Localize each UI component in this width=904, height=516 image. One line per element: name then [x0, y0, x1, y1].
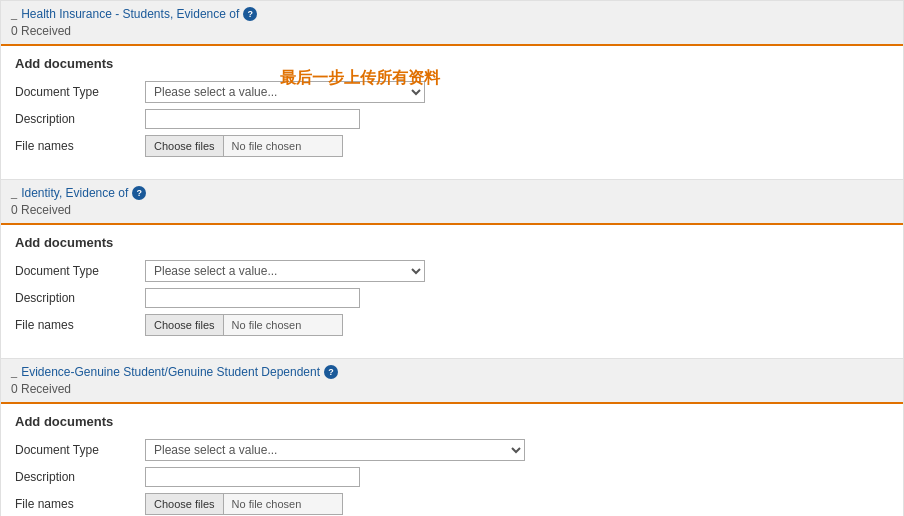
description-row-health-insurance: Description: [15, 109, 889, 129]
file-names-label-identity: File names: [15, 318, 145, 332]
section-header-evidence-genuine: _ Evidence-Genuine Student/Genuine Stude…: [1, 359, 903, 404]
choose-files-btn-evidence-genuine[interactable]: Choose files: [145, 493, 223, 515]
add-documents-title-identity: Add documents: [15, 235, 889, 250]
no-file-text-health-insurance: No file chosen: [223, 135, 343, 157]
description-label-health-insurance: Description: [15, 112, 145, 126]
received-count-health-insurance: 0 Received: [11, 24, 893, 38]
annotation-text: 最后一步上传所有资料: [280, 68, 440, 89]
received-count-identity: 0 Received: [11, 203, 893, 217]
description-label-evidence-genuine: Description: [15, 470, 145, 484]
add-documents-title-health-insurance: Add documents: [15, 56, 889, 71]
file-names-label-evidence-genuine: File names: [15, 497, 145, 511]
section-identity: _ Identity, Evidence of ? 0 Received Add…: [0, 180, 904, 359]
description-input-evidence-genuine[interactable]: [145, 467, 360, 487]
document-type-select-identity[interactable]: Please select a value...: [145, 260, 425, 282]
document-type-row-evidence-genuine: Document Type Please select a value...: [15, 439, 889, 461]
choose-files-btn-health-insurance[interactable]: Choose files: [145, 135, 223, 157]
section-evidence-genuine: _ Evidence-Genuine Student/Genuine Stude…: [0, 359, 904, 516]
description-input-health-insurance[interactable]: [145, 109, 360, 129]
file-names-row-health-insurance: File names Choose files No file chosen: [15, 135, 889, 157]
description-row-identity: Description: [15, 288, 889, 308]
collapse-icon-evidence-genuine[interactable]: _: [11, 366, 17, 378]
received-count-evidence-genuine: 0 Received: [11, 382, 893, 396]
document-type-row-identity: Document Type Please select a value...: [15, 260, 889, 282]
document-type-select-evidence-genuine[interactable]: Please select a value...: [145, 439, 525, 461]
section-header-health-insurance: _ Health Insurance - Students, Evidence …: [1, 1, 903, 46]
add-documents-area-identity: Add documents Document Type Please selec…: [1, 225, 903, 358]
add-documents-area-evidence-genuine: Add documents Document Type Please selec…: [1, 404, 903, 516]
section-health-insurance: _ Health Insurance - Students, Evidence …: [0, 0, 904, 180]
document-type-label-health-insurance: Document Type: [15, 85, 145, 99]
section-title-health-insurance[interactable]: Health Insurance - Students, Evidence of: [21, 7, 239, 21]
file-names-row-identity: File names Choose files No file chosen: [15, 314, 889, 336]
info-icon-health-insurance[interactable]: ?: [243, 7, 257, 21]
description-label-identity: Description: [15, 291, 145, 305]
description-row-evidence-genuine: Description: [15, 467, 889, 487]
document-type-label-evidence-genuine: Document Type: [15, 443, 145, 457]
section-title-evidence-genuine[interactable]: Evidence-Genuine Student/Genuine Student…: [21, 365, 320, 379]
no-file-text-identity: No file chosen: [223, 314, 343, 336]
no-file-text-evidence-genuine: No file chosen: [223, 493, 343, 515]
description-input-identity[interactable]: [145, 288, 360, 308]
file-names-row-evidence-genuine: File names Choose files No file chosen: [15, 493, 889, 515]
document-type-row-health-insurance: Document Type Please select a value...: [15, 81, 889, 103]
collapse-icon-identity[interactable]: _: [11, 187, 17, 199]
add-documents-title-evidence-genuine: Add documents: [15, 414, 889, 429]
section-header-identity: _ Identity, Evidence of ? 0 Received: [1, 180, 903, 225]
add-documents-area-health-insurance: Add documents Document Type Please selec…: [1, 46, 903, 179]
document-type-label-identity: Document Type: [15, 264, 145, 278]
info-icon-evidence-genuine[interactable]: ?: [324, 365, 338, 379]
info-icon-identity[interactable]: ?: [132, 186, 146, 200]
file-names-label-health-insurance: File names: [15, 139, 145, 153]
collapse-icon-health-insurance[interactable]: _: [11, 8, 17, 20]
section-title-identity[interactable]: Identity, Evidence of: [21, 186, 128, 200]
choose-files-btn-identity[interactable]: Choose files: [145, 314, 223, 336]
